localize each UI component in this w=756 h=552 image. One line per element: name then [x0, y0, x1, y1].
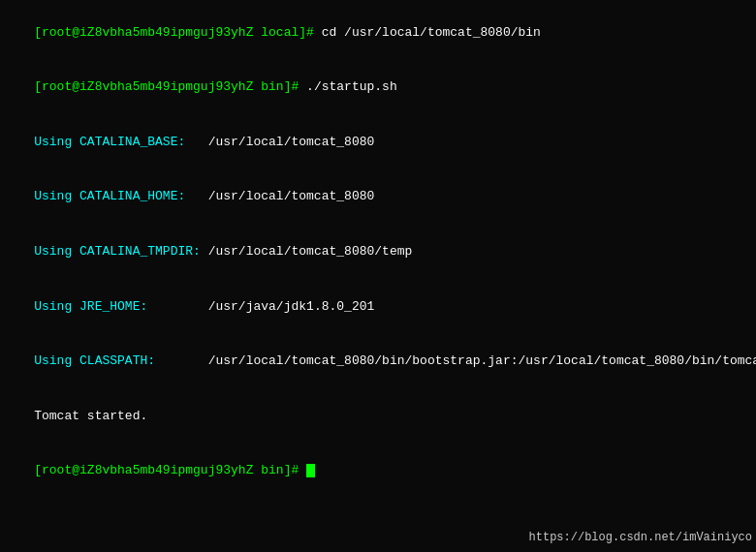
terminal-cursor — [306, 464, 315, 477]
label-catalina-tmpdir: Using CATALINA_TMPDIR: — [34, 244, 201, 259]
terminal-line-2: [root@iZ8vbha5mb49ipmguj93yhZ bin]# ./st… — [4, 61, 752, 116]
terminal-line-3: Using CATALINA_BASE: /usr/local/tomcat_8… — [4, 115, 752, 170]
terminal-line-7: Using CLASSPATH: /usr/local/tomcat_8080/… — [4, 334, 752, 389]
value-classpath: /usr/local/tomcat_8080/bin/bootstrap.jar… — [155, 353, 756, 368]
value-catalina-tmpdir: /usr/local/tomcat_8080/temp — [201, 244, 412, 259]
value-jre-home: /usr/java/jdk1.8.0_201 — [147, 299, 374, 314]
label-classpath: Using CLASSPATH: — [34, 353, 155, 368]
prompt-final: [root@iZ8vbha5mb49ipmguj93yhZ bin]# — [34, 463, 306, 477]
label-jre-home: Using JRE_HOME: — [34, 299, 147, 314]
terminal-line-9: [root@iZ8vbha5mb49ipmguj93yhZ bin]# — [4, 444, 752, 499]
command-1: cd /usr/local/tomcat_8080/bin — [322, 25, 541, 40]
terminal-line-1: [root@iZ8vbha5mb49ipmguj93yhZ local]# cd… — [4, 6, 752, 61]
tomcat-started-text: Tomcat started. — [34, 409, 147, 423]
terminal: [root@iZ8vbha5mb49ipmguj93yhZ local]# cd… — [0, 0, 756, 552]
command-2: ./startup.sh — [306, 79, 397, 94]
terminal-line-6: Using JRE_HOME: /usr/java/jdk1.8.0_201 — [4, 280, 752, 335]
watermark: https://blog.csdn.net/imVainiyco — [529, 531, 752, 544]
terminal-line-5: Using CATALINA_TMPDIR: /usr/local/tomcat… — [4, 225, 752, 280]
prompt-2: [root@iZ8vbha5mb49ipmguj93yhZ bin]# — [34, 79, 306, 94]
label-catalina-home: Using CATALINA_HOME: — [34, 189, 185, 203]
value-catalina-base: /usr/local/tomcat_8080 — [185, 135, 374, 149]
terminal-line-8: Tomcat started. — [4, 389, 752, 445]
label-catalina-base: Using CATALINA_BASE: — [34, 135, 185, 149]
value-catalina-home: /usr/local/tomcat_8080 — [185, 189, 374, 203]
terminal-line-4: Using CATALINA_HOME: /usr/local/tomcat_8… — [4, 170, 752, 226]
prompt-1: [root@iZ8vbha5mb49ipmguj93yhZ local]# — [34, 25, 321, 40]
